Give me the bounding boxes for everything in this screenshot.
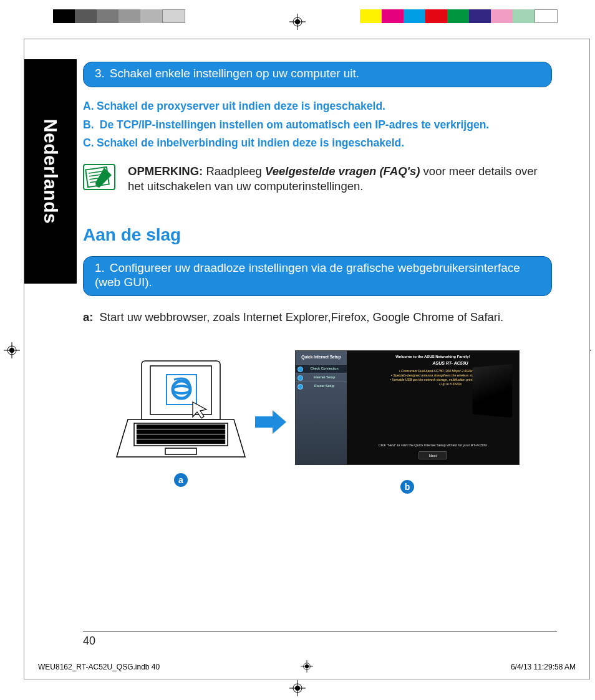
svg-rect-14 bbox=[137, 429, 225, 434]
ui-sidebar-item: Internet Setup bbox=[296, 373, 347, 381]
step-3-header: 3.Schakel enkele instellingen op uw comp… bbox=[83, 62, 552, 87]
figure-label-b: b bbox=[400, 480, 414, 494]
ui-sidebar-item: Router Setup bbox=[296, 381, 347, 390]
ui-welcome: Welcome to the ASUS Networking Family! bbox=[353, 355, 513, 358]
footer-timestamp: 6/4/13 11:29:58 AM bbox=[511, 663, 576, 671]
ui-next-button: Next bbox=[418, 451, 447, 459]
svg-rect-13 bbox=[137, 424, 225, 429]
page-frame: Nederlands 3.Schakel enkele instellingen… bbox=[24, 39, 590, 679]
language-tab: Nederlands bbox=[24, 59, 77, 284]
footer-filename: WEU8162_RT-AC52U_QSG.indb 40 bbox=[38, 663, 160, 671]
language-tab-label: Nederlands bbox=[40, 119, 61, 224]
page-number: 40 bbox=[83, 631, 557, 648]
ui-sidebar-header: Quick Internet Setup bbox=[296, 351, 347, 364]
ui-model: ASUS RT- AC50U bbox=[388, 361, 513, 365]
step-1a-label: a: bbox=[83, 310, 93, 324]
figure-row: a Quick Internet Setup Check Connection … bbox=[83, 350, 552, 494]
registration-mark-icon bbox=[289, 14, 306, 30]
figure-label-a: a bbox=[174, 473, 188, 487]
sublist-item: A.Schakel de proxyserver uit indien deze… bbox=[83, 97, 552, 116]
section-title: Aan de slag bbox=[83, 225, 552, 245]
svg-rect-16 bbox=[137, 439, 225, 444]
note-icon bbox=[83, 164, 115, 190]
ui-sidebar-item: Check Connection bbox=[296, 364, 347, 373]
svg-rect-15 bbox=[137, 434, 225, 439]
ui-prompt: Click "Next" to start the Quick Internet… bbox=[347, 443, 519, 447]
step-1-text: Configureer uw draadloze instellingen vi… bbox=[95, 261, 520, 289]
router-product-image bbox=[472, 364, 512, 418]
registration-mark-icon bbox=[289, 680, 306, 696]
router-setup-screenshot: Quick Internet Setup Check Connection In… bbox=[295, 350, 520, 465]
footer-metadata: WEU8162_RT-AC52U_QSG.indb 40 6/4/13 11:2… bbox=[38, 663, 576, 671]
step-1-header: 1.Configureer uw draadloze instellingen … bbox=[83, 256, 552, 296]
sublist-item: B. De TCP/IP-instellingen instellen om a… bbox=[83, 116, 552, 135]
note-text: OPMERKING: Raadpleeg Veelgestelde vragen… bbox=[128, 164, 552, 194]
sublist-item: C.Schakel de inbelverbinding uit indien … bbox=[83, 134, 552, 153]
step-1a-paragraph: a: Start uw webbrowser, zoals Internet E… bbox=[83, 310, 552, 324]
step-3-number: 3. bbox=[95, 67, 105, 80]
settings-sublist: A.Schakel de proxyserver uit indien deze… bbox=[83, 97, 552, 153]
arrow-icon bbox=[255, 410, 286, 434]
registration-mark-icon bbox=[301, 660, 313, 674]
svg-marker-21 bbox=[255, 410, 286, 434]
step-1-number: 1. bbox=[95, 261, 105, 274]
registration-mark-icon bbox=[4, 342, 20, 358]
step-3-text: Schakel enkele instellingen op uw comput… bbox=[110, 67, 359, 80]
laptop-figure: a bbox=[115, 357, 246, 487]
note-block: OPMERKING: Raadpleeg Veelgestelde vragen… bbox=[83, 164, 552, 194]
step-1a-text: Start uw webbrowser, zoals Internet Expl… bbox=[99, 310, 503, 324]
